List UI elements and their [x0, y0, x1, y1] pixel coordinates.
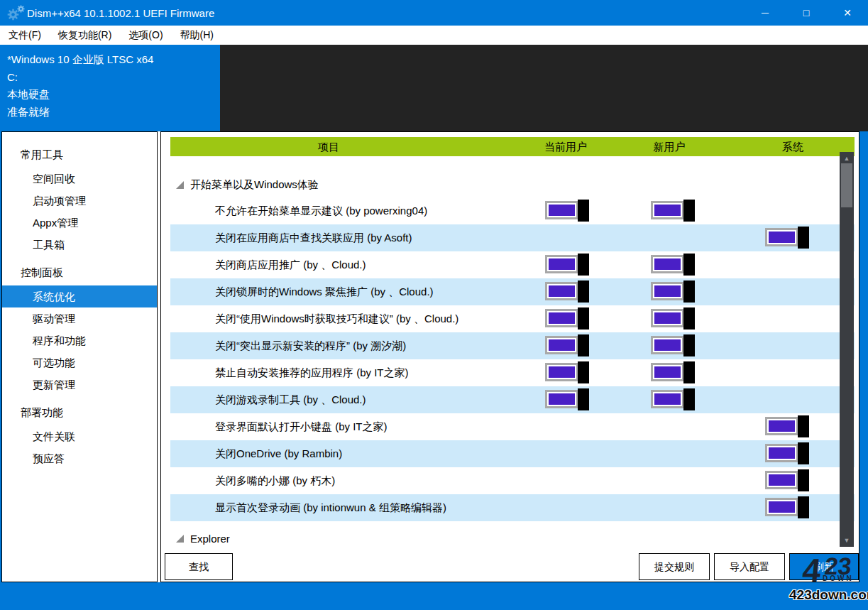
sidebar-item[interactable]: 更新管理: [2, 374, 157, 396]
sidebar-item[interactable]: 启动项管理: [2, 190, 157, 212]
rule-row: 禁止自动安装推荐的应用程序 (by IT之家): [170, 359, 855, 386]
rule-row: 关闭“使用Windows时获取技巧和建议” (by 、Cloud.): [170, 305, 855, 332]
sidebar-item[interactable]: 驱动管理: [2, 307, 157, 329]
toggle-track: [545, 201, 578, 219]
sidebar-item[interactable]: Appx管理: [2, 212, 157, 234]
toggle-knob[interactable]: [798, 442, 809, 464]
menu-item[interactable]: 恢复功能(R): [50, 26, 120, 45]
sidebar-item[interactable]: 可选功能: [2, 352, 157, 374]
toggle-knob[interactable]: [578, 334, 589, 356]
rule-label: 关闭“突出显示新安装的程序” (by 溯汐潮): [215, 332, 406, 359]
toggle-track: [651, 282, 684, 300]
sidebar-item[interactable]: 程序和功能: [2, 329, 157, 352]
toggle-on-current-user[interactable]: [545, 307, 590, 329]
toggle-track: [545, 309, 578, 327]
toggle-on-system[interactable]: [765, 442, 810, 464]
rule-label: 关闭商店应用推广 (by 、Cloud.): [215, 251, 366, 278]
toggle-knob[interactable]: [683, 361, 695, 383]
toggle-on-new-user[interactable]: [651, 200, 696, 222]
image-status-panel[interactable]: *Windows 10 企业版 LTSC x64 C: 本地硬盘 准备就绪: [0, 45, 220, 131]
toggle-on-system[interactable]: [765, 227, 810, 249]
toggle-knob[interactable]: [683, 307, 695, 329]
toggle-on-system[interactable]: [765, 415, 810, 437]
collapse-triangle-icon[interactable]: [176, 181, 184, 189]
toggle-on-new-user[interactable]: [651, 281, 696, 303]
toggle-on-new-user[interactable]: [651, 254, 696, 276]
toggle-knob[interactable]: [683, 334, 695, 356]
menu-item[interactable]: 文件(F): [0, 26, 50, 45]
toggle-track: [651, 255, 684, 273]
toggle-on-new-user[interactable]: [651, 361, 696, 383]
toggle-on-current-user[interactable]: [545, 200, 590, 222]
column-header[interactable]: 新用户: [654, 137, 686, 156]
menu-item[interactable]: 选项(O): [120, 26, 171, 45]
toggle-knob[interactable]: [578, 388, 589, 410]
toggle-knob[interactable]: [683, 388, 695, 410]
group-header-explorer[interactable]: Explorer: [170, 527, 855, 550]
toggle-knob[interactable]: [578, 307, 589, 329]
rule-label: 关闭“使用Windows时获取技巧和建议” (by 、Cloud.): [215, 305, 458, 332]
collapse-triangle-icon[interactable]: [176, 535, 184, 543]
toggle-on-new-user[interactable]: [651, 388, 696, 410]
sidebar-item[interactable]: 文件关联: [2, 425, 157, 447]
toggle-on-current-user[interactable]: [545, 334, 590, 356]
toggle-on-system[interactable]: [765, 496, 810, 518]
sidebar-item[interactable]: 空间回收: [2, 168, 157, 190]
toggle-track: [545, 336, 578, 354]
toggle-knob[interactable]: [683, 281, 695, 303]
toggle-track: [545, 255, 578, 273]
toggle-on-current-user[interactable]: [545, 361, 590, 383]
toggle-knob[interactable]: [798, 227, 809, 249]
toggle-knob[interactable]: [798, 496, 809, 518]
toggle-knob[interactable]: [683, 200, 695, 222]
toggle-knob[interactable]: [578, 281, 589, 303]
import-config-button[interactable]: 导入配置: [714, 553, 785, 580]
rule-row: 登录界面默认打开小键盘 (by IT之家): [170, 413, 855, 440]
find-button[interactable]: 查找: [165, 553, 233, 580]
image-drive: C:: [7, 69, 220, 87]
toggle-on-current-user[interactable]: [545, 388, 590, 410]
vertical-scrollbar[interactable]: ▲ ▼: [840, 152, 854, 547]
sidebar-nav: 常用工具空间回收启动项管理Appx管理工具箱控制面板系统优化驱动管理程序和功能可…: [1, 131, 158, 582]
rule-label: 关闭多嘴的小娜 (by 朽木): [215, 467, 335, 494]
maximize-button[interactable]: □: [786, 0, 827, 26]
toggle-knob[interactable]: [683, 254, 695, 276]
toggle-on-current-user[interactable]: [545, 254, 590, 276]
sidebar-item[interactable]: 预应答: [2, 447, 157, 469]
menu-item[interactable]: 帮助(H): [172, 26, 222, 45]
toggle-track: [651, 336, 684, 354]
rule-row: 关闭游戏录制工具 (by 、Cloud.): [170, 386, 855, 413]
image-edition: *Windows 10 企业版 LTSC x64: [7, 51, 220, 69]
toggle-on-current-user[interactable]: [545, 281, 590, 303]
scrollbar-thumb[interactable]: [841, 163, 852, 207]
toggle-knob[interactable]: [578, 200, 589, 222]
sidebar-item[interactable]: 系统优化: [2, 285, 157, 307]
window-title: Dism++x64 10.1.1002.1 UEFI Firmware: [27, 7, 214, 19]
toggle-knob[interactable]: [798, 469, 809, 491]
column-header[interactable]: 当前用户: [544, 137, 587, 156]
rules-panel: 项目当前用户新用户系统 开始菜单以及Windows体验 不允许在开始菜单显示建议…: [160, 131, 859, 582]
column-header[interactable]: 项目: [318, 137, 339, 156]
toggle-knob[interactable]: [578, 254, 589, 276]
toggle-track: [765, 498, 798, 516]
toggle-track: [765, 444, 798, 462]
minimize-button[interactable]: ─: [745, 0, 786, 26]
toggle-knob[interactable]: [798, 415, 809, 437]
scroll-up-icon[interactable]: ▲: [840, 153, 854, 163]
app-window: Dism++x64 10.1.1002.1 UEFI Firmware ─ □ …: [0, 0, 868, 610]
submit-rules-button[interactable]: 提交规则: [639, 553, 710, 580]
close-button[interactable]: ✕: [827, 0, 868, 26]
group-header-start-menu[interactable]: 开始菜单以及Windows体验: [170, 173, 855, 196]
column-header[interactable]: 系统: [782, 137, 803, 156]
toggle-on-system[interactable]: [765, 469, 810, 491]
toggle-on-new-user[interactable]: [651, 334, 696, 356]
toggle-track: [545, 282, 578, 300]
toggle-track: [545, 363, 578, 381]
toggle-track: [765, 228, 798, 246]
toggle-knob[interactable]: [578, 361, 589, 383]
sidebar-item[interactable]: 工具箱: [2, 234, 157, 256]
sidebar-group-label: 控制面板: [2, 259, 157, 285]
toggle-on-new-user[interactable]: [651, 307, 696, 329]
image-ready-state: 准备就绪: [7, 104, 220, 121]
scroll-down-icon[interactable]: ▼: [840, 535, 854, 545]
